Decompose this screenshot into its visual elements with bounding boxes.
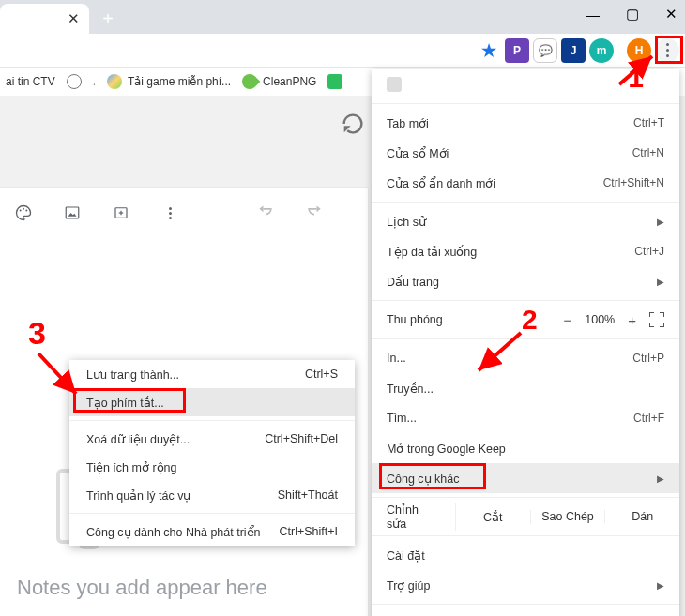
globe-icon [67, 74, 82, 89]
extension-chat-icon[interactable]: 💬 [533, 38, 557, 63]
annotation-box-shortcut [73, 388, 186, 413]
maximize-button[interactable]: ▢ [626, 6, 639, 23]
submenu-item-label: Lưu trang thành... [86, 368, 179, 382]
submenu-extensions[interactable]: Tiện ích mở rộng [69, 453, 355, 481]
shortcut-label: Ctrl+F [633, 412, 664, 425]
menu-find[interactable]: Tìm... Ctrl+F [372, 403, 679, 433]
menu-item-label: Cài đặt [387, 548, 664, 563]
empty-notes-message: Notes you add appear here [17, 576, 267, 600]
menu-open-keep[interactable]: Mở trong Google Keep [372, 433, 679, 463]
close-tab-icon[interactable]: ✕ [68, 10, 80, 27]
menu-exit[interactable]: Thoát [372, 608, 679, 616]
extension-p-icon[interactable]: P [505, 38, 529, 63]
menu-bookmarks[interactable]: Dấu trang ▶ [372, 266, 679, 296]
bookmark-item-2[interactable]: Tải game miễn phí... [107, 74, 231, 89]
chevron-right-icon: ▶ [657, 473, 664, 484]
image-icon[interactable] [62, 203, 83, 223]
menu-downloads[interactable]: Tệp đã tải xuống Ctrl+J [372, 236, 679, 266]
bookmark-item-globe[interactable] [67, 74, 82, 89]
svg-point-0 [20, 210, 22, 212]
submenu-item-label: Công cụ dành cho Nhà phát triển [86, 525, 261, 539]
bookmark-label: Tải game miễn phí... [128, 75, 231, 88]
menu-more-tools[interactable]: Công cụ khác ▶ [372, 463, 679, 493]
browser-icon [107, 74, 122, 89]
menu-item-label: Mở trong Google Keep [387, 442, 664, 456]
shortcut-label: Ctrl+S [305, 368, 338, 381]
zoom-value: 100% [585, 313, 615, 326]
menu-item-label: Cửa sổ ẩn danh mới [387, 176, 603, 190]
bookmark-label: ai tin CTV [6, 75, 55, 88]
chevron-right-icon: ▶ [657, 580, 664, 591]
bookmark-item-1[interactable]: ai tin CTV [6, 75, 55, 88]
window-controls: — ▢ ✕ [586, 6, 677, 23]
menu-new-tab[interactable]: Tab mới Ctrl+T [372, 108, 679, 138]
svg-line-7 [619, 56, 652, 84]
extension-toolbar: ★ P 💬 J m H [0, 34, 685, 68]
menu-item-label: Trợ giúp [387, 578, 657, 593]
menu-item-label: Dấu trang [387, 275, 657, 289]
menu-item-label: Cửa sổ Mới [387, 146, 632, 160]
menu-history[interactable]: Lịch sử ▶ [372, 206, 679, 236]
shortcut-label: Ctrl+P [632, 352, 664, 365]
annotation-arrow-3 [34, 349, 90, 408]
note-toolbar [0, 188, 368, 223]
svg-point-1 [23, 208, 24, 210]
minimize-button[interactable]: — [586, 7, 600, 23]
bookmark-item-3[interactable]: CleanPNG [242, 74, 316, 89]
shortcut-label: Ctrl+T [633, 116, 664, 129]
shortcut-label: Ctrl+Shift+I [279, 525, 338, 538]
submenu-item-label: Trình quản lý tác vụ [86, 488, 190, 503]
menu-item-label: Truyền... [387, 382, 664, 396]
menu-help[interactable]: Trợ giúp ▶ [372, 570, 679, 600]
menu-new-window[interactable]: Cửa sổ Mới Ctrl+N [372, 138, 679, 168]
submenu-devtools[interactable]: Công cụ dành cho Nhà phát triển Ctrl+Shi… [69, 518, 355, 546]
bookmark-label: CleanPNG [263, 75, 316, 88]
shortcut-label: Shift+Thoát [278, 488, 338, 502]
close-window-button[interactable]: ✕ [665, 6, 677, 23]
redo-icon[interactable] [304, 203, 325, 223]
zoom-in-button[interactable]: + [628, 312, 636, 328]
edit-cut[interactable]: Cắt [456, 510, 531, 524]
loading-spinner-icon [340, 111, 366, 137]
svg-rect-3 [66, 207, 79, 218]
submenu-item-label: Xoá dữ liệu duyệt... [86, 432, 190, 446]
zoom-out-button[interactable]: − [563, 312, 571, 328]
chrome-menu: Tab mới Ctrl+T Cửa sổ Mới Ctrl+N Cửa sổ … [372, 69, 679, 616]
menu-item-label: Chỉnh sửa [372, 503, 456, 531]
extension-icon [387, 77, 402, 92]
annotation-arrow-1 [615, 52, 662, 92]
active-tab[interactable]: ✕ [0, 4, 89, 34]
bookmark-item-evernote[interactable] [327, 74, 342, 89]
chevron-right-icon: ▶ [657, 217, 664, 227]
menu-item-label: Tìm... [387, 412, 633, 425]
new-tab-button[interactable]: + [99, 9, 117, 28]
submenu-save-page[interactable]: Lưu trang thành... Ctrl+S [69, 360, 355, 388]
undo-icon[interactable] [255, 203, 276, 223]
evernote-icon [327, 74, 342, 89]
menu-settings[interactable]: Cài đặt [372, 540, 679, 570]
extension-m-icon[interactable]: m [589, 38, 614, 63]
menu-incognito[interactable]: Cửa sổ ẩn danh mới Ctrl+Shift+N [372, 168, 679, 198]
submenu-clear-data[interactable]: Xoá dữ liệu duyệt... Ctrl+Shift+Del [69, 425, 355, 453]
archive-icon[interactable] [111, 203, 131, 223]
palette-icon[interactable] [13, 203, 34, 223]
leaf-icon [239, 71, 261, 93]
annotation-arrow-2 [469, 328, 525, 378]
menu-cast[interactable]: Truyền... [372, 373, 679, 403]
shortcut-label: Ctrl+Shift+N [603, 176, 664, 189]
edit-copy[interactable]: Sao Chép [531, 510, 606, 523]
shortcut-label: Ctrl+N [632, 146, 664, 159]
svg-line-8 [479, 333, 521, 370]
submenu-task-manager[interactable]: Trình quản lý tác vụ Shift+Thoát [69, 481, 355, 509]
shortcut-label: Ctrl+J [634, 245, 664, 258]
bookmark-star-icon[interactable]: ★ [477, 38, 501, 63]
tab-strip: ✕ + [0, 0, 685, 34]
fullscreen-icon[interactable] [649, 312, 664, 327]
menu-print[interactable]: In... Ctrl+P [372, 343, 679, 373]
extension-j-icon[interactable]: J [561, 38, 586, 63]
more-icon[interactable] [160, 203, 180, 223]
menu-item-label: Tệp đã tải xuống [387, 245, 634, 259]
menu-edit-row: Chỉnh sửa Cắt Sao Chép Dán [372, 502, 679, 532]
shortcut-label: Ctrl+Shift+Del [265, 432, 338, 445]
edit-paste[interactable]: Dán [605, 510, 679, 523]
